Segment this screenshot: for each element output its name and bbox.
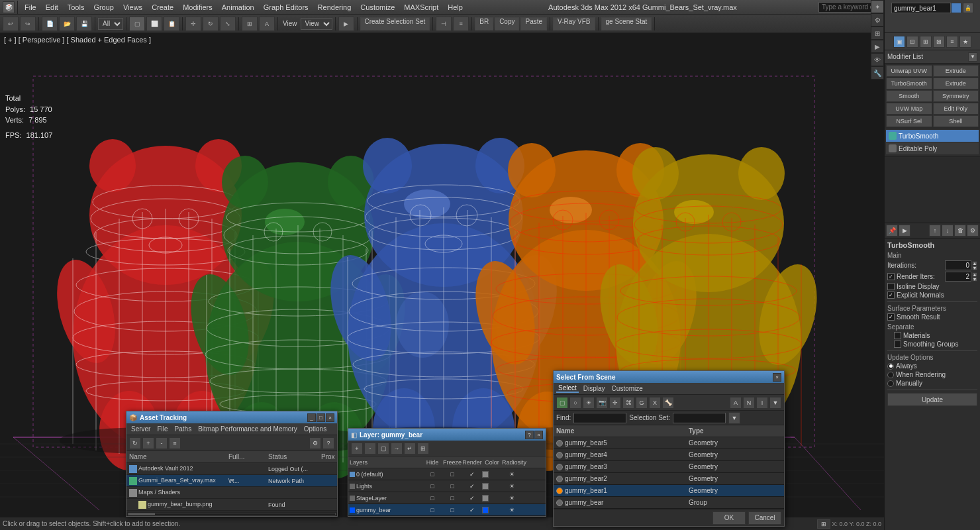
asset-menu-paths[interactable]: Paths [173, 425, 194, 433]
layer-row-default[interactable]: 0 (default) □ □ ✓ ☀ [348, 468, 546, 480]
asset-refresh-btn[interactable]: ↻ [129, 437, 141, 449]
nsurf-sel-btn[interactable]: NSurf Sel [886, 115, 932, 127]
asset-tracking-close[interactable]: × [326, 413, 334, 422]
utilities-tab[interactable]: 🔧 [871, 66, 884, 80]
sfs-row-bear1[interactable]: gummy_bear1 Geometry [554, 485, 784, 497]
redo-btn[interactable]: ↪ [20, 17, 36, 31]
menu-group[interactable]: Group [89, 2, 118, 13]
sfs-find-input[interactable] [573, 413, 626, 423]
layer-hide-default[interactable]: □ [422, 471, 442, 478]
asset-add-btn[interactable]: + [142, 437, 154, 449]
ts-update-btn[interactable]: Update [887, 393, 977, 406]
layer-render-stage[interactable]: ✓ [462, 495, 482, 502]
layer-row-gummy[interactable]: gummy_bear □ □ ✓ ☀ [348, 504, 546, 516]
modifier-list-dropdown[interactable]: ▼ [968, 52, 977, 62]
sfs-helpers-btn[interactable]: ✛ [609, 397, 621, 409]
app-icon[interactable]: 🎲 [3, 1, 15, 13]
ts-manually-radio[interactable] [887, 380, 894, 387]
rp-icon-6[interactable]: ★ [959, 36, 971, 48]
layer-freeze-gummy[interactable]: □ [442, 507, 462, 513]
object-color[interactable] [951, 3, 961, 13]
asset-menu-bitmap[interactable]: Bitmap Performance and Memory [196, 425, 299, 433]
layer-select-btn[interactable]: ▢ [377, 443, 389, 454]
asset-options-btn[interactable]: ⚙ [309, 437, 321, 449]
layer-render-lights[interactable]: ✓ [462, 483, 482, 490]
ts-render-up[interactable]: ▲ [972, 272, 977, 277]
sfs-row-bear5[interactable]: gummy_bear5 Geometry [554, 437, 784, 449]
move-btn[interactable]: ✛ [185, 17, 201, 31]
layer-hide-gummy[interactable]: □ [422, 507, 442, 513]
asset-menu-server[interactable]: Server [129, 425, 152, 433]
layer-freeze-default[interactable]: □ [442, 471, 462, 478]
create-selection-set-btn[interactable]: Create Selection Set [360, 17, 430, 30]
asset-tracking-minimize[interactable]: _ [307, 413, 316, 422]
layer-row-lights[interactable]: Lights □ □ ✓ ☀ [348, 480, 546, 492]
layer-hide-lights[interactable]: □ [422, 483, 442, 490]
layer-radiosity-gummy[interactable]: ☀ [502, 507, 522, 513]
display-tab[interactable]: 👁 [871, 53, 884, 66]
layer-color-lights[interactable] [482, 483, 502, 490]
stack-turbosmooth[interactable]: TurboSmooth [886, 130, 979, 142]
sfs-row-bear3[interactable]: gummy_bear3 Geometry [554, 461, 784, 473]
menu-maxscript[interactable]: MAXScript [400, 2, 442, 13]
rp-icon-4[interactable]: ⊠ [933, 36, 945, 48]
menu-rendering[interactable]: Rendering [314, 2, 356, 13]
grid-toggle[interactable]: ⊞ [817, 519, 830, 529]
ts-render-down[interactable]: ▼ [972, 277, 977, 282]
configure-icon[interactable]: ⚙ [967, 225, 979, 237]
sfs-row-bear4[interactable]: gummy_bear4 Geometry [554, 449, 784, 461]
menu-views[interactable]: Views [119, 2, 146, 13]
layer-enter-btn[interactable]: ↵ [404, 443, 416, 454]
layer-color-gummy[interactable] [482, 507, 502, 513]
rotate-btn[interactable]: ↻ [203, 17, 219, 31]
move-down-icon[interactable]: ↓ [942, 225, 954, 237]
symmetry-btn[interactable]: Symmetry [933, 90, 979, 102]
sfs-invert-btn[interactable]: I [756, 397, 768, 409]
menu-edit[interactable]: Edit [42, 2, 62, 13]
asset-row-max[interactable]: Gummi_Bears_Set_vray.max \R... Network P… [126, 475, 337, 487]
layer-window-question[interactable]: ? [525, 431, 534, 439]
ts-when-rendering-radio[interactable] [887, 372, 894, 378]
layer-merge-btn[interactable]: ⊞ [417, 443, 429, 454]
scene-stats-btn[interactable]: ge Scene Stat [601, 17, 652, 30]
layer-render-gummy[interactable]: ✓ [462, 507, 482, 513]
menu-file[interactable]: File [21, 2, 40, 13]
layer-window-close[interactable]: × [534, 431, 543, 439]
hierarchy-tab[interactable]: ⊞ [871, 26, 884, 40]
sfs-bones-btn[interactable]: 🦴 [662, 397, 674, 409]
sfs-all-btn[interactable]: A [730, 397, 742, 409]
unwrap-uvw-btn[interactable]: Unwrap UVW [886, 65, 932, 77]
layer-delete-btn[interactable]: - [364, 443, 376, 454]
asset-tracking-maximize[interactable]: □ [317, 413, 325, 422]
ts-isoline-check[interactable] [887, 283, 895, 290]
selection-dropdown[interactable]: All [98, 18, 123, 30]
menu-customize[interactable]: Customize [356, 2, 399, 13]
asset-row-vault[interactable]: Autodesk Vault 2012 Logged Out (... [126, 463, 337, 475]
select-by-name-btn[interactable]: 📋 [164, 17, 179, 31]
sfs-row-bear2[interactable]: gummy_bear2 Geometry [554, 473, 784, 485]
turbosmooth-btn[interactable]: TurboSmooth [886, 78, 932, 89]
new-scene-btn[interactable]: 📄 [42, 17, 58, 31]
sfs-menu-select[interactable]: Select [556, 384, 579, 393]
pin-stack-icon[interactable]: 📌 [886, 225, 898, 237]
select-region-btn[interactable]: ⬜ [146, 17, 162, 31]
view-dropdown[interactable]: View [301, 18, 332, 30]
sfs-none-btn[interactable]: N [743, 397, 755, 409]
asset-help-btn[interactable]: ? [322, 437, 334, 449]
ts-smooth-result-check[interactable] [887, 313, 895, 321]
ts-iterations-up[interactable]: ▲ [972, 261, 977, 266]
sfs-spacewarps-btn[interactable]: ⌘ [622, 397, 634, 409]
ts-smoothing-groups-check[interactable] [894, 341, 901, 348]
sfs-lights-btn[interactable]: ☀ [583, 397, 595, 409]
ts-explicit-normals-check[interactable] [887, 292, 895, 299]
layer-freeze-lights[interactable]: □ [442, 483, 462, 490]
create-tab[interactable]: ✦ [871, 0, 884, 13]
rp-icon-3[interactable]: ⊞ [920, 36, 932, 48]
layer-freeze-stage[interactable]: □ [442, 495, 462, 502]
sfs-groups-btn[interactable]: G [636, 397, 648, 409]
rp-icon-1[interactable]: ▣ [893, 36, 905, 48]
stack-editable-poly[interactable]: Editable Poly [886, 142, 979, 154]
mirror-btn[interactable]: ⊣ [436, 17, 452, 31]
asset-scrollbar-thumb[interactable] [128, 513, 155, 515]
sfs-shapes-btn[interactable]: ○ [569, 397, 581, 409]
